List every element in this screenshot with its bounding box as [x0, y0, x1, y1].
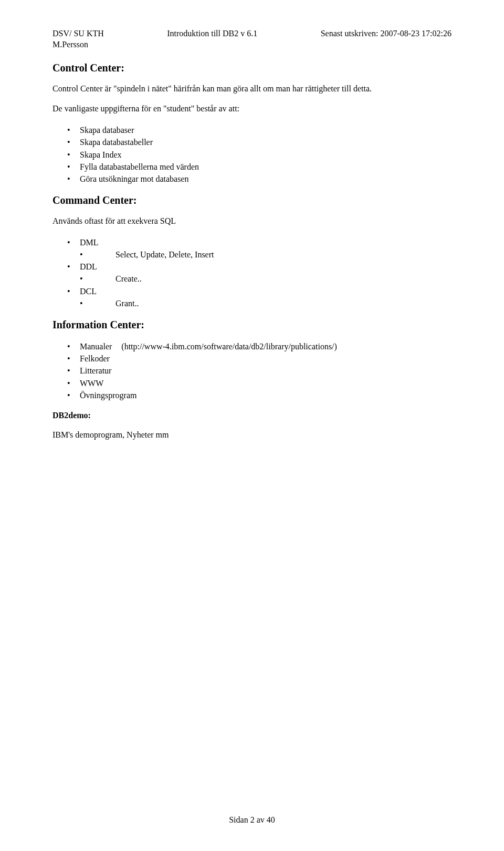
- page-header: DSV/ SU KTH M.Persson Introduktion till …: [52, 28, 452, 50]
- list-item-ddl: DDL: [52, 261, 452, 273]
- list-item-dcl: DCL: [52, 285, 452, 297]
- list-item: WWW: [52, 377, 452, 389]
- list-item: Grant..: [52, 297, 452, 309]
- header-timestamp: Senast utskriven: 2007-08-23 17:02:26: [321, 28, 452, 50]
- list-item: Select, Update, Delete, Insert: [52, 248, 452, 261]
- ddl-sublist: Create..: [52, 273, 452, 285]
- db2demo-desc: IBM's demoprogram, Nyheter mm: [52, 430, 452, 441]
- control-center-intro: De vanligaste uppgifterna för en "studen…: [52, 103, 452, 115]
- control-center-heading: Control Center:: [52, 62, 452, 74]
- list-item: Skapa databaser: [52, 124, 452, 136]
- list-item: Övningsprogram: [52, 389, 452, 401]
- list-item-manualer: Manualer(http://www-4.ibm.com/software/d…: [52, 340, 452, 352]
- information-center-list: Manualer(http://www-4.ibm.com/software/d…: [52, 340, 452, 401]
- information-center-heading: Information Center:: [52, 319, 452, 331]
- manualer-url: (http://www-4.ibm.com/software/data/db2/…: [121, 340, 337, 352]
- command-center-desc: Används oftast för att exekvera SQL: [52, 216, 452, 227]
- list-item-dml: DML: [52, 236, 452, 248]
- header-org: DSV/ SU KTH: [52, 28, 104, 39]
- control-center-list: Skapa databaser Skapa databastabeller Sk…: [52, 124, 452, 185]
- command-center-heading: Command Center:: [52, 194, 452, 206]
- page: DSV/ SU KTH M.Persson Introduktion till …: [0, 0, 504, 851]
- list-item: Skapa Index: [52, 149, 452, 161]
- dml-sublist: Select, Update, Delete, Insert: [52, 248, 452, 261]
- header-title: Introduktion till DB2 v 6.1: [167, 28, 257, 50]
- list-item: Fylla databastabellerna med värden: [52, 161, 452, 173]
- list-item: Felkoder: [52, 352, 452, 365]
- dcl-sublist: Grant..: [52, 297, 452, 309]
- control-center-desc: Control Center är "spindeln i nätet" här…: [52, 84, 452, 95]
- list-item: Göra utsökningar mot databasen: [52, 173, 452, 185]
- list-item: Litteratur: [52, 365, 452, 377]
- db2demo-heading: DB2demo:: [52, 411, 452, 420]
- header-author: M.Persson: [52, 39, 104, 50]
- manualer-label: Manualer: [80, 342, 112, 351]
- page-footer: Sidan 2 av 40: [0, 815, 504, 825]
- command-center-list: DML Select, Update, Delete, Insert DDL C…: [52, 236, 452, 309]
- list-item: Create..: [52, 273, 452, 285]
- header-left: DSV/ SU KTH M.Persson: [52, 28, 104, 50]
- list-item: Skapa databastabeller: [52, 136, 452, 148]
